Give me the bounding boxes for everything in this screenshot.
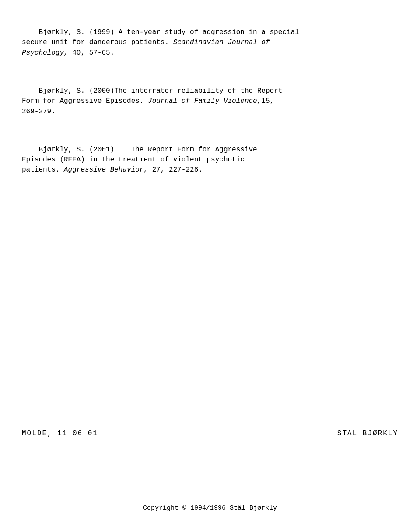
ref1-suffix: 40, 57-65. bbox=[68, 49, 115, 57]
footer-right: STÅL BJØRKLY bbox=[337, 430, 398, 438]
reference-2: Bjørkly, S. (2000)The interrater reliabi… bbox=[22, 76, 398, 127]
page-content: Bjørkly, S. (1999) A ten-year study of a… bbox=[0, 0, 420, 211]
reference-3: Bjørkly, S. (2001) The Report Form for A… bbox=[22, 135, 398, 186]
copyright-text: Copyright © 1994/1996 Stål Bjørkly bbox=[143, 504, 277, 512]
footer-section: MOLDE, 11 06 01 STÅL BJØRKLY bbox=[0, 430, 420, 455]
footer-left: MOLDE, 11 06 01 bbox=[22, 430, 98, 438]
reference-1: Bjørkly, S. (1999) A ten-year study of a… bbox=[22, 18, 398, 68]
copyright-section: Copyright © 1994/1996 Stål Bjørkly bbox=[0, 504, 420, 512]
footer-names: MOLDE, 11 06 01 STÅL BJØRKLY bbox=[22, 430, 398, 438]
ref3-journal: Aggressive Behavior, bbox=[64, 166, 148, 174]
ref2-journal: Journal of Family Violence, bbox=[148, 97, 261, 105]
ref3-suffix: 27, 227-228. bbox=[148, 166, 203, 174]
